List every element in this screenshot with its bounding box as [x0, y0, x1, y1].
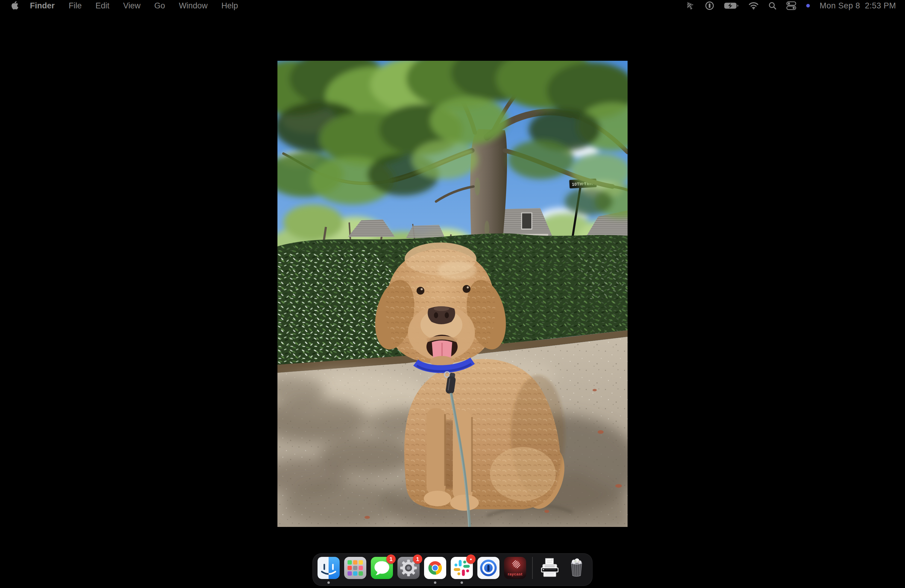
menu-view[interactable]: View	[116, 1, 148, 11]
dock-item-slack[interactable]: •	[451, 557, 473, 579]
menubar-status-area: Mon Sep 8 2:53 PM	[686, 1, 896, 11]
running-indicator	[327, 582, 330, 584]
apple-logo-icon	[11, 1, 19, 10]
dock-item-trash[interactable]	[565, 557, 587, 579]
onepassword-ring-icon	[705, 1, 714, 11]
launchpad-icon	[344, 557, 366, 579]
striped-cursor-status-icon[interactable]	[686, 1, 695, 11]
finder-icon	[318, 557, 340, 579]
dock-item-system-settings[interactable]: 1	[397, 557, 419, 579]
search-icon	[768, 2, 776, 10]
control-center-status-icon[interactable]	[786, 1, 796, 10]
desktop-photo: 10TH TER 900 - 1014	[278, 61, 627, 527]
running-indicator	[460, 582, 463, 584]
raycast-label: raycast	[504, 572, 526, 576]
running-indicator	[434, 582, 437, 584]
control-center-icon	[786, 1, 796, 10]
notification-badge: 1	[413, 555, 422, 564]
notification-badge: 1	[386, 555, 395, 564]
onepassword-status-icon[interactable]	[705, 1, 714, 11]
menu-go[interactable]: Go	[148, 1, 172, 11]
printer-icon	[539, 557, 561, 579]
battery-status-icon[interactable]	[724, 2, 739, 9]
trash-full-icon	[565, 557, 587, 579]
dog-photo: 10TH TER 900 - 1014	[278, 61, 627, 527]
dock-item-finder[interactable]	[318, 557, 340, 579]
cursor-arrow-icon	[686, 1, 695, 11]
notification-badge: •	[466, 555, 476, 564]
menu-file[interactable]: File	[62, 1, 89, 11]
dock: 1	[313, 553, 592, 586]
dock-item-chrome[interactable]	[424, 557, 446, 579]
menu-window[interactable]: Window	[172, 1, 214, 11]
apple-menu[interactable]	[11, 1, 19, 10]
wifi-icon	[748, 2, 759, 10]
active-app-name[interactable]: Finder	[23, 1, 62, 11]
menu-edit[interactable]: Edit	[89, 1, 116, 11]
dock-item-messages[interactable]: 1	[371, 557, 393, 579]
menu-help[interactable]: Help	[214, 1, 245, 11]
menu-bar: Finder File Edit View Go Window Help	[0, 0, 905, 11]
spotlight-search-icon[interactable]	[768, 2, 776, 10]
wifi-status-icon[interactable]	[748, 2, 759, 10]
dock-item-1password[interactable]	[477, 557, 500, 579]
menubar-clock[interactable]: Mon Sep 8 2:53 PM	[820, 1, 896, 11]
chrome-icon	[424, 557, 446, 579]
dock-separator	[532, 557, 533, 579]
onepassword-icon	[477, 557, 500, 579]
battery-charging-icon	[724, 2, 739, 9]
dock-item-printer[interactable]	[539, 557, 561, 579]
recording-status-dot[interactable]	[806, 3, 810, 8]
dock-item-raycast[interactable]: raycast	[504, 557, 526, 579]
dock-item-launchpad[interactable]	[344, 557, 366, 579]
purple-dot-icon	[806, 3, 810, 8]
